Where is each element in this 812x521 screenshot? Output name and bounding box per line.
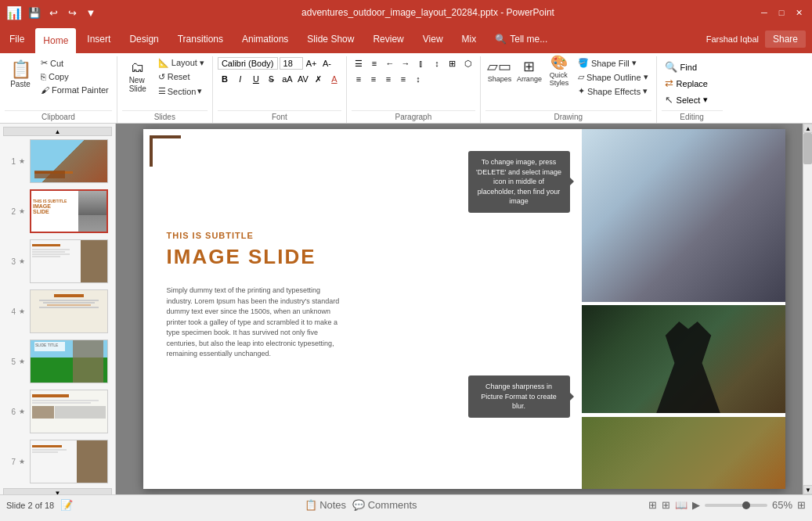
menu-bar: File Home Insert Design Transitions Anim… <box>0 25 812 53</box>
shape-fill-button[interactable]: 🪣 Shape Fill ▾ <box>575 56 651 70</box>
menu-search[interactable]: 🔍 Tell me... <box>485 25 557 53</box>
slide-image-top[interactable] <box>582 129 785 302</box>
close-button[interactable]: ✕ <box>792 5 806 20</box>
undo-icon[interactable]: ↩ <box>45 5 61 20</box>
status-center: 📋 Notes 💬 Comments <box>305 499 417 511</box>
menu-mix[interactable]: Mix <box>453 25 486 53</box>
layout-button[interactable]: 📐 Layout ▾ <box>155 56 208 70</box>
title-bar-left: 📊 💾 ↩ ↪ ▼ <box>6 5 99 20</box>
align-left-button[interactable]: ≡ <box>352 72 366 86</box>
menu-review[interactable]: Review <box>363 25 413 53</box>
slide-thumb-5[interactable]: 5 ★ SLIDE TITLE <box>3 338 112 385</box>
slide-subtitle[interactable]: THIS IS SUBTITLE <box>167 231 254 240</box>
align-text-button[interactable]: ⊞ <box>446 56 460 70</box>
vertical-scrollbar[interactable]: ▲ ▼ <box>803 124 812 494</box>
font-color-button[interactable]: A <box>327 72 341 86</box>
menu-transitions[interactable]: Transitions <box>168 25 233 53</box>
clear-format-button[interactable]: ✗ <box>312 72 326 86</box>
italic-button[interactable]: I <box>233 72 247 86</box>
slide-thumb-2[interactable]: 2 ★ THIS IS SUBTITLE IMAGESLIDE <box>3 188 112 235</box>
slideshow-icon[interactable]: ▶ <box>692 499 700 511</box>
increase-font-size[interactable]: A+ <box>305 56 319 70</box>
menu-insert[interactable]: Insert <box>78 25 120 53</box>
notes-button[interactable]: 📋 Notes <box>305 499 347 511</box>
reset-button[interactable]: ↺ Reset <box>155 70 208 84</box>
cut-button[interactable]: ✂ Cut <box>38 56 112 70</box>
normal-view-icon[interactable]: ⊞ <box>648 499 657 511</box>
menu-animations[interactable]: Animations <box>233 25 298 53</box>
slide-thumb-1[interactable]: 1 ★ <box>3 138 112 185</box>
scroll-down-btn[interactable]: ▼ <box>803 485 812 494</box>
convert-to-smartart-button[interactable]: ⬡ <box>461 56 475 70</box>
font-size-field[interactable]: 18 <box>280 57 303 70</box>
bullet-list-button[interactable]: ☰ <box>352 56 366 70</box>
paste-button[interactable]: 📋 Paste <box>5 56 36 92</box>
scroll-up-button[interactable]: ▲ <box>3 127 112 136</box>
align-center-button[interactable]: ≡ <box>366 72 381 86</box>
minimize-button[interactable]: ─ <box>757 5 771 20</box>
slide-body-text[interactable]: Simply dummy text of the printing and ty… <box>167 286 347 360</box>
text-direction-button[interactable]: ↕ <box>430 56 444 70</box>
shapes-button[interactable]: ▱▭ Shapes <box>485 56 514 84</box>
tooltip-image-instruction: To change image, press 'DELETE' and sele… <box>468 151 570 213</box>
status-bar-left: Slide 2 of 18 📝 <box>6 499 73 511</box>
slide-notes-icon[interactable]: 📝 <box>60 499 73 511</box>
slide-image-7 <box>30 440 108 483</box>
menu-view[interactable]: View <box>413 25 453 53</box>
zoom-slider[interactable] <box>705 504 767 507</box>
slide-title[interactable]: IMAGE SLIDE <box>167 245 316 269</box>
strikethrough-button[interactable]: S̶ <box>265 72 279 86</box>
font-name-field[interactable]: Calibri (Body) <box>218 57 278 70</box>
line-spacing-button[interactable]: ↕ <box>411 72 425 86</box>
save-icon[interactable]: 💾 <box>27 5 42 20</box>
replace-icon: ⇄ <box>665 77 673 89</box>
redo-icon[interactable]: ↪ <box>64 5 80 20</box>
copy-button[interactable]: ⎘ Copy <box>38 70 112 83</box>
scroll-down-button[interactable]: ▼ <box>3 488 112 494</box>
underline-button[interactable]: U <box>249 72 263 86</box>
decrease-indent-button[interactable]: ← <box>383 56 397 70</box>
menu-file[interactable]: File <box>0 25 34 53</box>
decrease-font-size[interactable]: A- <box>320 56 334 70</box>
new-slide-button[interactable]: 🗂 NewSlide <box>122 56 153 96</box>
reading-view-icon[interactable]: 📖 <box>675 499 687 511</box>
menu-right: Farshad Iqbal Share <box>706 25 812 53</box>
replace-button[interactable]: ⇄ Replace <box>662 76 711 91</box>
slide-sorter-icon[interactable]: ⊞ <box>662 499 670 511</box>
scroll-up-btn[interactable]: ▲ <box>803 124 812 133</box>
bold-button[interactable]: B <box>218 72 232 86</box>
columns-button[interactable]: ⫿ <box>414 56 428 70</box>
maximize-button[interactable]: □ <box>774 5 789 20</box>
char-spacing-button[interactable]: AV <box>296 72 310 86</box>
arrange-button[interactable]: ⊞ Arrange <box>515 56 543 84</box>
select-button[interactable]: ↖ Select ▾ <box>662 92 712 107</box>
menu-home[interactable]: Home <box>35 28 76 53</box>
justify-button[interactable]: ≡ <box>396 72 410 86</box>
all-caps-button[interactable]: aA <box>280 72 294 86</box>
menu-slideshow[interactable]: Slide Show <box>298 25 363 53</box>
slide-thumb-6[interactable]: 6 ★ <box>3 388 112 435</box>
slide-thumb-7[interactable]: 7 ★ <box>3 438 112 485</box>
section-button[interactable]: ☰ Section ▾ <box>155 84 208 98</box>
main-area: ▲ 1 ★ 2 ★ THIS IS SUBTITLE IMAGESLIDE <box>0 124 812 494</box>
find-button[interactable]: 🔍 Find <box>662 59 700 74</box>
shape-outline-button[interactable]: ▱ Shape Outline ▾ <box>575 70 651 84</box>
share-button[interactable]: Share <box>765 31 806 48</box>
slide-image-bottom[interactable] <box>582 417 785 489</box>
slide-thumb-4[interactable]: 4 ★ <box>3 288 112 335</box>
increase-indent-button[interactable]: → <box>399 56 413 70</box>
menu-design[interactable]: Design <box>120 25 168 53</box>
clipboard-label: Clipboard <box>5 110 112 123</box>
comments-button[interactable]: 💬 Comments <box>352 499 417 511</box>
format-painter-button[interactable]: 🖌 Format Painter <box>38 84 112 96</box>
numbered-list-button[interactable]: ≡ <box>367 56 381 70</box>
shape-effects-button[interactable]: ✦ Shape Effects ▾ <box>575 84 651 98</box>
align-right-button[interactable]: ≡ <box>381 72 395 86</box>
quick-styles-button[interactable]: 🎨 QuickStyles <box>545 56 573 84</box>
slide-thumb-3[interactable]: 3 ★ <box>3 238 112 285</box>
powerpoint-icon: 📊 <box>6 5 22 20</box>
customize-icon[interactable]: ▼ <box>83 5 99 20</box>
fit-to-window-button[interactable]: ⊞ <box>797 499 806 511</box>
drawing-group: ▱▭ Shapes ⊞ Arrange 🎨 QuickStyles 🪣 Shap… <box>481 56 657 123</box>
slide-image-middle[interactable] <box>582 305 785 413</box>
